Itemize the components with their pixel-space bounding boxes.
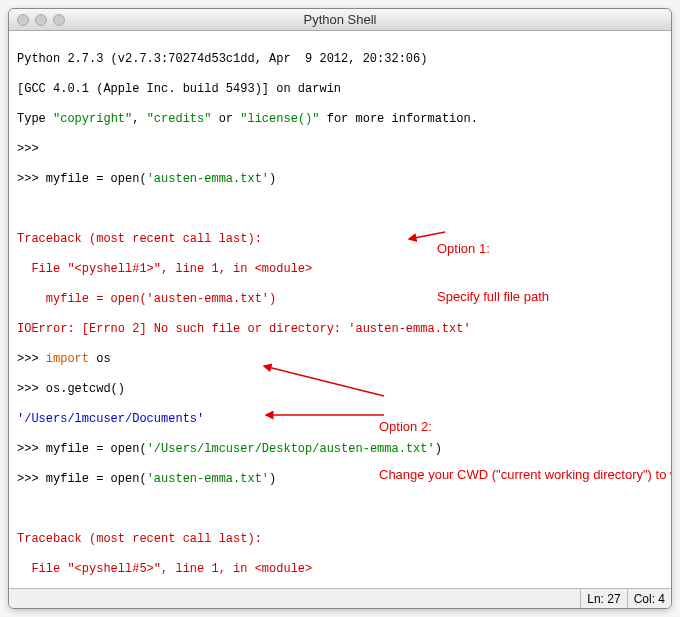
shell-output[interactable]: Python 2.7.3 (v2.7.3:70274d53c1dd, Apr 9…	[9, 31, 671, 588]
code-line: >>> import os	[17, 352, 663, 367]
annotation-text: Specify full file path	[437, 289, 667, 305]
prompt-line: >>>	[17, 142, 663, 157]
status-column: Col: 4	[627, 589, 671, 608]
traceback-line: Traceback (most recent call last):	[17, 532, 663, 547]
header-line: [GCC 4.0.1 (Apple Inc. build 5493)] on d…	[17, 82, 663, 97]
zoom-icon[interactable]	[53, 14, 65, 26]
header-line: Type "copyright", "credits" or "license(…	[17, 112, 663, 127]
code-line: >>> myfile = open('austen-emma.txt')	[17, 172, 663, 187]
annotation-text: Option 2:	[379, 419, 649, 435]
status-line: Ln: 27	[580, 589, 626, 608]
window-title: Python Shell	[9, 12, 671, 27]
minimize-icon[interactable]	[35, 14, 47, 26]
close-icon[interactable]	[17, 14, 29, 26]
annotation-option-1: Option 1: Specify full file path	[437, 209, 667, 337]
window: Python Shell Python 2.7.3 (v2.7.3:70274d…	[8, 8, 672, 609]
header-line: Python 2.7.3 (v2.7.3:70274d53c1dd, Apr 9…	[17, 52, 663, 67]
annotation-text: Option 1:	[437, 241, 667, 257]
window-controls	[9, 14, 65, 26]
titlebar[interactable]: Python Shell	[9, 9, 671, 31]
annotation-option-2: Option 2: Change your CWD ("current work…	[379, 387, 649, 515]
annotation-text: Change your CWD ("current working direct…	[379, 467, 649, 483]
status-bar: Ln: 27 Col: 4	[9, 588, 671, 608]
traceback-line: File "<pyshell#5>", line 1, in <module>	[17, 562, 663, 577]
